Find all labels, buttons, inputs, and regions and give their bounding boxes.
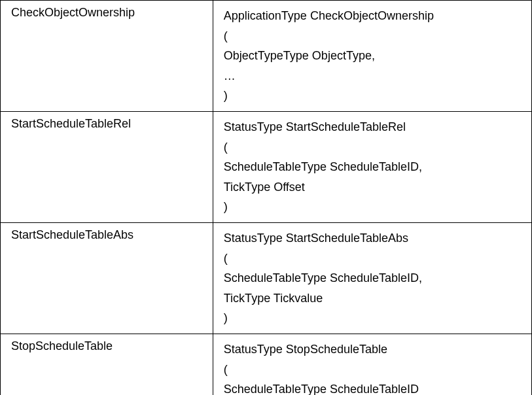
signature-line: ApplicationType CheckObjectOwnership [224, 6, 521, 26]
api-signature-cell: ApplicationType CheckObjectOwnership ( O… [213, 1, 531, 112]
api-signature-cell: StatusType StartScheduleTableAbs ( Sched… [213, 222, 531, 334]
signature-line: ScheduleTableType ScheduleTableID, [224, 157, 521, 177]
signature-line: ( [224, 137, 521, 158]
signature-line: ) [224, 308, 521, 328]
signature-line: ( [224, 360, 521, 380]
signature-line: ) [224, 86, 521, 106]
api-name-cell: StartScheduleTableAbs [1, 222, 213, 334]
signature-line: StatusType StartScheduleTableAbs [224, 228, 521, 249]
api-name: StartScheduleTableAbs [11, 228, 133, 241]
signature-line: ScheduleTableType ScheduleTableID [224, 379, 521, 395]
signature-line: ObjectTypeType ObjectType, [224, 46, 521, 66]
signature-line: … [224, 66, 521, 86]
signature-line: StatusType StopScheduleTable [224, 339, 521, 360]
signature-line: ScheduleTableType ScheduleTableID, [224, 268, 521, 288]
api-name-cell: CheckObjectOwnership [1, 1, 213, 112]
signature-line: StatusType StartScheduleTableRel [224, 117, 521, 137]
api-name: StartScheduleTableRel [11, 117, 131, 130]
table-row: StopScheduleTable StatusType StopSchedul… [1, 334, 532, 395]
signature-line: TickType Tickvalue [224, 288, 521, 309]
signature-line: TickType Offset [224, 177, 521, 198]
table-row: CheckObjectOwnership ApplicationType Che… [1, 1, 532, 112]
signature-line: ( [224, 26, 521, 46]
api-signature-cell: StatusType StopScheduleTable ( ScheduleT… [213, 334, 531, 395]
table-row: StartScheduleTableRel StatusType StartSc… [1, 111, 532, 222]
api-signature-cell: StatusType StartScheduleTableRel ( Sched… [213, 111, 531, 222]
api-signature-table: CheckObjectOwnership ApplicationType Che… [0, 0, 532, 395]
api-name: CheckObjectOwnership [11, 6, 135, 19]
signature-line: ) [224, 197, 521, 217]
api-name-cell: StopScheduleTable [1, 334, 213, 395]
signature-line: ( [224, 249, 521, 269]
api-name: StopScheduleTable [11, 339, 113, 352]
table-row: StartScheduleTableAbs StatusType StartSc… [1, 222, 532, 334]
api-name-cell: StartScheduleTableRel [1, 111, 213, 222]
